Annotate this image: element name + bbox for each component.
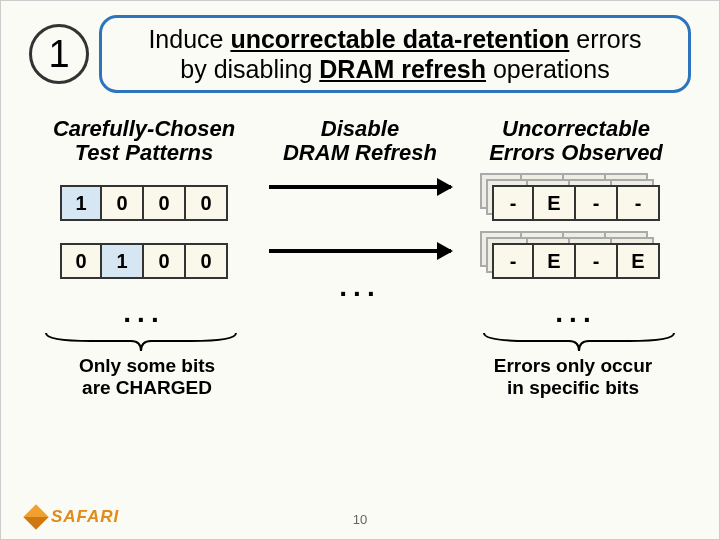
left-heading-l2: Test Patterns [29,141,259,165]
arrow-2 [269,249,451,253]
bit-cell: 0 [60,243,102,279]
safari-logo: SAFARI [27,507,119,527]
right-heading-l2: Errors Observed [461,141,691,165]
center-heading-l1: Disable [269,117,451,141]
err-cell: - [618,185,660,221]
caption-right-l2: in specific bits [463,377,683,399]
err-cell: - [492,185,534,221]
title-l1-u: uncorrectable data-retention [230,25,569,53]
pattern-row-2: 0 1 0 0 [29,243,259,279]
bit-cell: 0 [186,243,228,279]
left-column: Carefully-Chosen Test Patterns 1 0 0 0 0… [29,117,259,329]
err-cell: - [576,185,618,221]
bit-cell: 0 [144,243,186,279]
err-cell: - [576,243,618,279]
err-cell: E [618,243,660,279]
brace-left [41,331,241,353]
pattern-row-1: 1 0 0 0 [29,185,259,221]
dots-left: ... [29,297,259,329]
right-column: Uncorrectable Errors Observed - E - - - [461,117,691,329]
title-l1-pre: Induce [148,25,230,53]
title-bubble: Induce uncorrectable data-retention erro… [99,15,691,93]
left-heading-l1: Carefully-Chosen [29,117,259,141]
caption-left: Only some bits are CHARGED [37,355,257,399]
err-cell: - [492,243,534,279]
bit-cell: 0 [102,185,144,221]
brace-right [479,331,679,353]
caption-right: Errors only occur in specific bits [463,355,683,399]
caption-left-l1: Only some bits [37,355,257,377]
center-heading: Disable DRAM Refresh [269,117,451,167]
step-number-circle: 1 [29,24,89,84]
title-l2-u: DRAM refresh [319,55,486,83]
logo-icon [23,504,48,529]
caption-left-l2: are CHARGED [37,377,257,399]
logo-text: SAFARI [51,507,119,527]
error-row-1: - E - - [461,185,691,221]
right-heading-l1: Uncorrectable [461,117,691,141]
bit-cell: 0 [186,185,228,221]
err-cell: E [534,243,576,279]
caption-right-l1: Errors only occur [463,355,683,377]
right-heading: Uncorrectable Errors Observed [461,117,691,167]
arrow-1 [269,185,451,189]
step-number: 1 [48,33,69,76]
dots-center: ... [269,271,451,303]
bit-cell: 1 [60,185,102,221]
center-column: Disable DRAM Refresh ... [269,117,451,303]
err-cell: E [534,185,576,221]
error-row-2: - E - E [461,243,691,279]
center-heading-l2: DRAM Refresh [269,141,451,165]
title-l1-post: errors [569,25,641,53]
page-number: 10 [353,512,367,527]
bit-cell: 1 [102,243,144,279]
left-heading: Carefully-Chosen Test Patterns [29,117,259,167]
bit-cell: 0 [144,185,186,221]
dots-right: ... [461,297,691,329]
title-l2-post: operations [486,55,610,83]
title-l2-pre: by disabling [180,55,319,83]
